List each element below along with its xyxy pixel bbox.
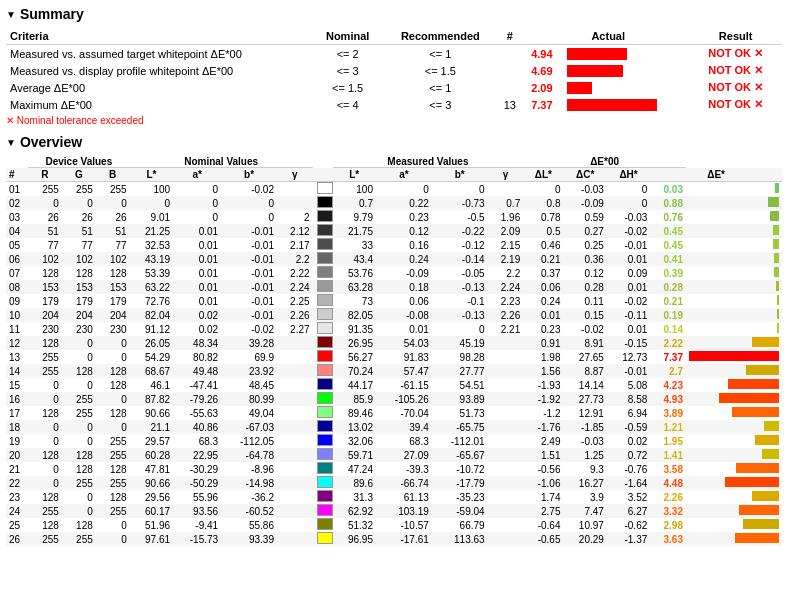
ov-nb: -67.03 <box>221 420 277 434</box>
ov-mg <box>488 490 524 504</box>
ov-mg <box>488 518 524 532</box>
ov-dC: 0.11 <box>563 294 606 308</box>
ov-na: 49.48 <box>173 364 221 378</box>
overview-row: 03 26 26 26 9.01 0 0 2 9.79 0.23 -0.5 1.… <box>6 210 782 224</box>
ov-R: 255 <box>28 532 62 546</box>
ov-mL: 85.9 <box>333 392 376 406</box>
ov-mL: 21.75 <box>333 224 376 238</box>
ov-ma: -0.09 <box>376 266 432 280</box>
ov-num: 04 <box>6 224 28 238</box>
ov-ma: 57.47 <box>376 364 432 378</box>
ov-mb: 93.89 <box>432 392 488 406</box>
ov-na: 0.01 <box>173 266 221 280</box>
ov-dL: 1.74 <box>523 490 563 504</box>
ov-num: 09 <box>6 294 28 308</box>
ov-nL: 68.67 <box>130 364 173 378</box>
ov-dL: 0.23 <box>523 322 563 336</box>
ov-dH: -0.76 <box>607 462 650 476</box>
ov-dH: 0.09 <box>607 266 650 280</box>
ov-G: 102 <box>62 252 96 266</box>
ov-na: 0.01 <box>173 252 221 266</box>
ov-R: 0 <box>28 462 62 476</box>
ov-na: 0.01 <box>173 280 221 294</box>
ov-R: 0 <box>28 196 62 210</box>
ov-mL: 100 <box>333 182 376 197</box>
ov-mb: -0.22 <box>432 224 488 238</box>
ov-nL: 91.12 <box>130 322 173 336</box>
ov-mL: 43.4 <box>333 252 376 266</box>
ov-ng: 2.25 <box>277 294 313 308</box>
ov-ma: -105.26 <box>376 392 432 406</box>
overview-row: 18 0 0 0 21.1 40.86 -67.03 13.02 39.4 -6… <box>6 420 782 434</box>
ov-dL: 0 <box>523 182 563 197</box>
ov-mL: 53.76 <box>333 266 376 280</box>
sh-nb: b* <box>221 168 277 182</box>
ov-dH: -0.01 <box>607 238 650 252</box>
ov-ng <box>277 448 313 462</box>
ov-dE: 0.45 <box>650 238 686 252</box>
ov-mg: 2.23 <box>488 294 524 308</box>
ov-dE: 0.14 <box>650 322 686 336</box>
actual-cell: 4.94 <box>527 45 689 63</box>
ov-mb: -35.23 <box>432 490 488 504</box>
ov-ng: 2.2 <box>277 252 313 266</box>
summary-row: Maximum ΔE*00 <= 4 <= 3 13 7.37 NOT OK ✕ <box>6 96 782 113</box>
ov-mg <box>488 462 524 476</box>
ov-na: 0 <box>173 182 221 197</box>
ov-mb: -59.04 <box>432 504 488 518</box>
gh-num <box>6 156 28 168</box>
ov-dH: 5.08 <box>607 378 650 392</box>
ov-num: 24 <box>6 504 28 518</box>
ov-na: -79.26 <box>173 392 221 406</box>
ov-num: 16 <box>6 392 28 406</box>
ov-dH: -0.03 <box>607 210 650 224</box>
actual-value: 4.69 <box>531 65 563 77</box>
ov-dH: 6.27 <box>607 504 650 518</box>
ov-nb: -36.2 <box>221 490 277 504</box>
ov-mg: 2.21 <box>488 322 524 336</box>
sh-na: a* <box>173 168 221 182</box>
ov-R: 255 <box>28 364 62 378</box>
ov-mL: 44.17 <box>333 378 376 392</box>
summary-row: Measured vs. display profile whitepoint … <box>6 62 782 79</box>
ov-ng <box>277 378 313 392</box>
ov-mL: 73 <box>333 294 376 308</box>
overview-row: 08 153 153 153 63.22 0.01 -0.01 2.24 63.… <box>6 280 782 294</box>
ov-dL: 1.98 <box>523 350 563 364</box>
ov-B: 77 <box>96 238 130 252</box>
overview-group-header: Device Values Nominal Values Measured Va… <box>6 156 782 168</box>
ov-num: 22 <box>6 476 28 490</box>
sh-ng: γ <box>277 168 313 182</box>
ov-dE-bar <box>686 420 782 434</box>
ov-nL: 87.82 <box>130 392 173 406</box>
ov-mL: 26.95 <box>333 336 376 350</box>
ov-swatch <box>313 280 333 294</box>
overview-row: 22 0 255 255 90.66 -50.29 -14.98 89.6 -6… <box>6 476 782 490</box>
gh-delta: ΔE*00 <box>523 156 686 168</box>
overview-row: 25 128 128 0 51.96 -9.41 55.86 51.32 -10… <box>6 518 782 532</box>
ov-dE-bar <box>686 378 782 392</box>
overview-row: 09 179 179 179 72.76 0.01 -0.01 2.25 73 … <box>6 294 782 308</box>
ov-dL: 0.46 <box>523 238 563 252</box>
ov-swatch <box>313 210 333 224</box>
ov-nb: 55.86 <box>221 518 277 532</box>
result-cell: NOT OK ✕ <box>689 45 782 63</box>
ov-num: 10 <box>6 308 28 322</box>
ov-G: 255 <box>62 392 96 406</box>
ov-G: 77 <box>62 238 96 252</box>
ov-dC: 10.97 <box>563 518 606 532</box>
ov-mb: 27.77 <box>432 364 488 378</box>
ov-mg <box>488 336 524 350</box>
ov-ma: 0.22 <box>376 196 432 210</box>
ov-swatch <box>313 238 333 252</box>
ov-dE: 2.26 <box>650 490 686 504</box>
ov-nL: 0 <box>130 196 173 210</box>
ov-swatch <box>313 504 333 518</box>
ov-dL: 2.49 <box>523 434 563 448</box>
ov-ng <box>277 434 313 448</box>
ov-nL: 90.66 <box>130 406 173 420</box>
ov-nL: 32.53 <box>130 238 173 252</box>
ov-R: 255 <box>28 504 62 518</box>
ov-dE-bar <box>686 224 782 238</box>
ov-swatch <box>313 462 333 476</box>
